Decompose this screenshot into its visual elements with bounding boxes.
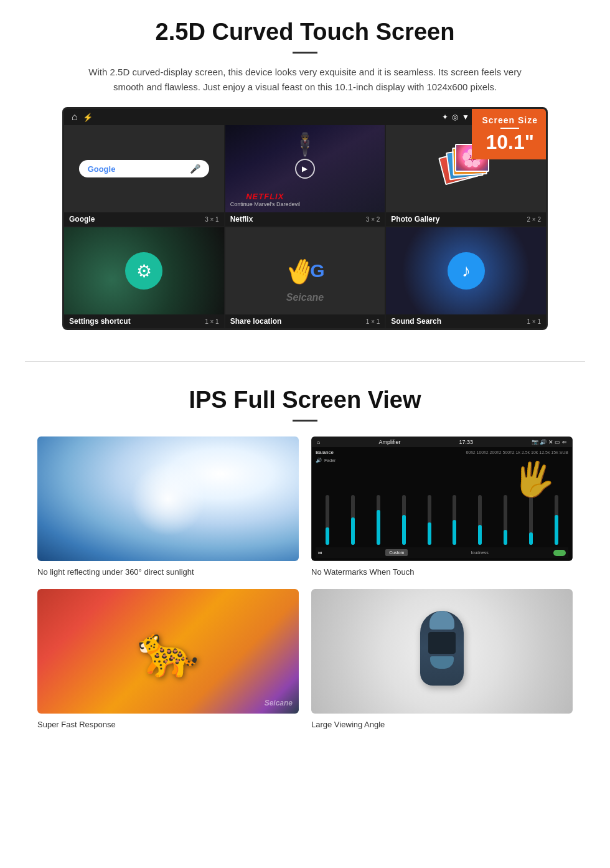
play-button[interactable]: ▶ <box>295 159 315 179</box>
eq-screen: ⌂ Amplifier 17:33 📷 🔊 ✕ ▭ ⇐ Balance 60hz… <box>311 436 573 561</box>
share-cell-content: 🤚 G <box>225 227 385 314</box>
eq-bar-fill-1 <box>326 527 329 545</box>
seicane-cheetah-watermark: Seicane <box>265 699 293 707</box>
gear-icon: ⚙ <box>136 261 152 281</box>
device-frame: Screen Size 10.1" ⌂ ⚡ ✦ ◎ ▼ 15:06 📷 🔊 ✕ <box>62 107 548 330</box>
car-rear-window <box>430 656 454 669</box>
eq-bar-track-2 <box>351 495 355 545</box>
section-ips-view: IPS Full Screen View No light reflecting… <box>0 380 610 742</box>
home-icon[interactable]: ⌂ <box>72 111 78 123</box>
eq-freq-labels: 60hz 100hz 200hz 500hz 1k 2.5k 10k 12.5k… <box>466 450 568 455</box>
eq-bar-track-8 <box>504 495 507 545</box>
eq-bar-fill-10 <box>555 515 558 545</box>
eq-balance-label: Balance <box>316 450 334 455</box>
cheetah-bg: 🐆 Seicane <box>37 589 299 714</box>
music-note-icon: ♪ <box>462 261 471 281</box>
eq-prev-icon: ⏮ <box>318 550 322 555</box>
sunlight-glare <box>131 461 205 536</box>
eq-bar-1 <box>316 489 339 545</box>
section1-description: With 2.5D curved-display screen, this de… <box>87 65 523 95</box>
sound-cell-content: ♪ <box>386 227 546 314</box>
screen-size-badge: Screen Size 10.1" <box>472 109 548 159</box>
bluetooth-icon: ✦ <box>442 113 448 121</box>
eq-icons: 📷 🔊 ✕ ▭ ⇐ <box>532 439 567 445</box>
car-view-bg <box>311 589 573 714</box>
netflix-cell-content: 🕴 ▶ NETFLIX Continue Marvel's Daredevil <box>225 125 385 212</box>
settings-app-cell[interactable]: ⚙ Settings shortcut 1 × 1 <box>64 227 224 328</box>
google-logo: Google <box>88 164 116 174</box>
settings-app-size: 1 × 1 <box>205 318 219 325</box>
eq-bar-fill-4 <box>402 515 406 545</box>
eq-bar-track-10 <box>555 495 558 545</box>
google-app-cell[interactable]: Google 🎤 Google 3 × 1 <box>64 125 224 226</box>
google-label: Google 3 × 1 <box>64 212 224 226</box>
eq-bar-3 <box>367 489 390 545</box>
wifi-icon: ▼ <box>462 113 469 121</box>
settings-cell-content: ⚙ <box>64 227 224 314</box>
eq-bar-track-5 <box>428 495 431 545</box>
eq-bar-track-9 <box>529 495 533 545</box>
screen-size-value: 10.1" <box>482 131 538 153</box>
share-location-app-name: Share location <box>230 317 282 326</box>
sound-search-app-cell[interactable]: ♪ Sound Search 1 × 1 <box>386 227 546 328</box>
eq-amplifier-label: Amplifier <box>378 439 400 445</box>
eq-fader-label: Fader <box>324 458 336 463</box>
eq-bar-7 <box>468 489 492 545</box>
netflix-logo: NETFLIX <box>230 192 300 201</box>
google-app-name: Google <box>69 215 95 224</box>
eq-bar-fill-2 <box>351 517 355 545</box>
eq-bar-8 <box>494 489 517 545</box>
eq-bar-fill-8 <box>504 530 507 545</box>
sound-search-app-size: 1 × 1 <box>527 318 541 325</box>
eq-custom-button[interactable]: Custom <box>385 549 408 556</box>
microphone-icon[interactable]: 🎤 <box>190 164 200 174</box>
section2-divider <box>293 420 317 422</box>
share-location-label: Share location 1 × 1 <box>225 314 385 328</box>
share-location-app-size: 1 × 1 <box>366 318 380 325</box>
eq-bar-6 <box>443 489 467 545</box>
sound-search-app-name: Sound Search <box>391 317 441 326</box>
photo-gallery-label: Photo Gallery 2 × 2 <box>386 212 546 226</box>
car-windshield <box>429 611 454 630</box>
netflix-subtitle: Continue Marvel's Daredevil <box>230 201 300 207</box>
eq-bar-track-3 <box>377 495 380 545</box>
equalizer-image: ⌂ Amplifier 17:33 📷 🔊 ✕ ▭ ⇐ Balance 60hz… <box>311 436 573 561</box>
share-location-app-cell[interactable]: 🤚 G Share location 1 × 1 Seicane <box>225 227 385 328</box>
eq-loudness-label: loudness <box>471 550 489 555</box>
music-icon-circle: ♪ <box>448 252 485 290</box>
car-top-view <box>411 605 473 698</box>
eq-bar-fill-9 <box>529 532 533 545</box>
equalizer-caption: No Watermarks When Touch <box>311 567 573 577</box>
person-figure: 🕴 <box>289 131 321 161</box>
eq-bar-fill-3 <box>377 510 380 545</box>
eq-toggle[interactable] <box>553 550 566 556</box>
device-wrapper: Screen Size 10.1" ⌂ ⚡ ✦ ◎ ▼ 15:06 📷 🔊 ✕ <box>62 107 548 330</box>
photo-gallery-app-size: 2 × 2 <box>527 216 541 223</box>
eq-bar-fill-6 <box>453 520 456 545</box>
google-cell-content: Google 🎤 <box>64 125 224 212</box>
car-body <box>420 611 464 686</box>
google-search-bar[interactable]: Google 🎤 <box>79 160 209 177</box>
usb-icon: ⚡ <box>83 113 93 122</box>
features-grid: No light reflecting under 360° direct su… <box>37 436 573 729</box>
netflix-app-cell[interactable]: 🕴 ▶ NETFLIX Continue Marvel's Daredevil … <box>225 125 385 226</box>
feature-cheetah: 🐆 Seicane Super Fast Response <box>37 589 299 729</box>
netflix-app-size: 3 × 2 <box>366 216 380 223</box>
eq-status-bar: ⌂ Amplifier 17:33 📷 🔊 ✕ ▭ ⇐ <box>312 437 572 447</box>
feature-equalizer: ⌂ Amplifier 17:33 📷 🔊 ✕ ▭ ⇐ Balance 60hz… <box>311 436 573 577</box>
section2-title: IPS Full Screen View <box>37 387 573 413</box>
section-divider <box>25 361 585 362</box>
eq-bar-5 <box>418 489 441 545</box>
google-app-size: 3 × 1 <box>205 216 219 223</box>
screen-size-divider <box>500 128 519 129</box>
sound-search-label: Sound Search 1 × 1 <box>386 314 546 328</box>
cheetah-image: 🐆 Seicane <box>37 589 299 714</box>
eq-home-icon: ⌂ <box>317 439 320 445</box>
eq-title-bar: Balance 60hz 100hz 200hz 500hz 1k 2.5k 1… <box>316 450 568 455</box>
eq-hand: 🖐 <box>510 456 559 503</box>
eq-bar-track-1 <box>326 495 329 545</box>
eq-bar-track-7 <box>478 495 482 545</box>
car-caption: Large Viewing Angle <box>311 720 573 729</box>
eq-bottom: ⏮ Custom loudness <box>316 547 568 558</box>
netflix-label: Netflix 3 × 2 <box>225 212 385 226</box>
